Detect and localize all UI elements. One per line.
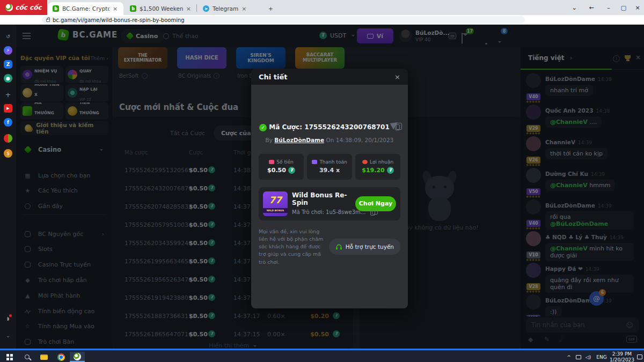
telegram-favicon: ➤ <box>203 5 209 12</box>
verified-check-icon: ✓ <box>259 124 267 131</box>
profit-hand-icon <box>362 160 368 164</box>
coccoc-feed-icon[interactable] <box>4 134 12 143</box>
coccoc-side-strip: ↺ ⚡ Z ● + ▶ f $ ◗ ⌄ <box>0 25 16 349</box>
headphones-icon <box>335 243 342 250</box>
messenger-icon[interactable]: ⚡ <box>4 46 12 55</box>
url-text: bc.game/vi/game/wild-bonus-re-spin-by-bo… <box>53 17 185 23</box>
game-title: Wild Bonus Re-Spin <box>292 191 351 206</box>
action-center-icon[interactable] <box>635 350 644 362</box>
language-indicator[interactable]: ENG <box>595 350 609 362</box>
coccoc-logo-icon <box>5 4 13 11</box>
tether-icon: ₮ <box>288 167 295 174</box>
maximize-button[interactable]: ▢ <box>617 0 630 15</box>
rewards-icon[interactable]: $ <box>4 149 12 158</box>
close-tab-icon[interactable]: × <box>113 5 118 12</box>
modal-header: Chi tiết × <box>251 69 408 85</box>
bcgame-page: b BC.GAME Casino Thể thao ₮ USDT Ví <box>16 25 644 349</box>
history-icon[interactable]: ↺ <box>4 32 12 41</box>
close-tab-icon[interactable]: × <box>241 5 246 12</box>
network-icon[interactable] <box>574 350 583 362</box>
close-window-button[interactable]: × <box>631 0 644 15</box>
tab-title: Telegram <box>213 5 238 12</box>
tab-title: BC.Game: Crypto Casino Gam <box>62 5 109 12</box>
notifications-bell-icon[interactable]: ◗ <box>4 314 12 323</box>
windows-logo-icon <box>6 354 13 360</box>
clock[interactable]: 2:39 PM 1/20/2023 <box>610 350 634 362</box>
support-text: Mọi vấn đề, xin vui lòng liên hệ với bộ … <box>259 228 325 266</box>
stat-value: 39.4 x <box>319 167 340 174</box>
browser-tab-bcgame[interactable]: b BC.Game: Crypto Casino Gam × <box>48 2 123 15</box>
tab-search-icon[interactable]: ⌄ <box>568 0 581 15</box>
bet-id-line: ✓ Mã Cược: 1755526243200768701 <box>259 123 400 131</box>
player-link[interactable]: BúLozDònDame <box>274 137 324 143</box>
bet-details-modal: Chi tiết × ✓ Mã Cược: 175552624320076870… <box>251 69 408 308</box>
bet-id-value: 1755526243200768701 <box>304 123 390 131</box>
zalo-icon[interactable]: Z <box>4 60 12 69</box>
minimize-button[interactable]: – <box>602 0 615 15</box>
tether-icon: ₮ <box>387 167 394 174</box>
youtube-icon[interactable]: ▶ <box>4 104 12 113</box>
start-button[interactable] <box>2 352 17 362</box>
browser-tab-platipus[interactable]: b $1,500 Weekend Platipus Mu × <box>126 2 195 15</box>
bcgame-favicon: b <box>53 5 59 12</box>
stat-payout: Thanh toán 39.4 x <box>307 154 352 180</box>
url-field[interactable]: bc.game/vi/game/wild-bonus-re-spin-by-bo… <box>42 16 525 24</box>
by-label: By <box>266 137 273 143</box>
lock-icon <box>46 19 50 22</box>
reopen-tab-icon[interactable]: ← <box>585 0 598 15</box>
stat-amount: Số tiền $0.50₮ <box>259 154 304 180</box>
game-card: 77 WILD BONUS Wild Bonus Re-Spin Mã Trò … <box>259 187 400 220</box>
stat-profit: Lợi nhuận $19.20₮ <box>355 154 400 180</box>
bet-byline: By BúLozDònDame On 14:38:09, 20/1/2023 <box>259 137 400 143</box>
volume-icon[interactable]: ◁) <box>584 350 592 362</box>
clock-date: 1/20/2023 <box>610 357 634 362</box>
game-code-line: Mã Trò chơi: 1u5-8swe3m... <box>292 209 351 216</box>
screen: cốc cốc b BC.Game: Crypto Casino Gam × b… <box>0 0 644 362</box>
live-support-button[interactable]: Hỗ trợ trực tuyến <box>329 239 400 255</box>
game-info: Wild Bonus Re-Spin Mã Trò chơi: 1u5-8swe… <box>292 191 351 216</box>
money-icon <box>269 160 274 164</box>
close-modal-icon[interactable]: × <box>394 73 400 81</box>
brand-text: cốc cốc <box>15 4 41 11</box>
bet-id-label: Mã Cược: <box>269 123 302 131</box>
modal-body: ✓ Mã Cược: 1755526243200768701 By BúLozD… <box>251 85 408 308</box>
stat-label: Thanh toán <box>319 159 347 165</box>
language-label: ENG <box>596 354 606 360</box>
modal-title: Chi tiết <box>259 73 287 81</box>
copy-icon[interactable] <box>370 210 375 216</box>
platipus-favicon: b <box>130 5 136 12</box>
bet-datetime: 14:38:09, 20/1/2023 <box>336 137 394 143</box>
chat-groups-icon[interactable]: ● <box>4 74 12 83</box>
stat-label: Số tiền <box>276 159 293 165</box>
copy-icon[interactable] <box>395 124 400 130</box>
chrome-icon[interactable] <box>54 352 69 362</box>
file-explorer-icon[interactable] <box>36 352 52 362</box>
bet-stats: Số tiền $0.50₮ Thanh toán 39.4 x Lợi nhu… <box>259 154 400 180</box>
thumb-text: 77 <box>263 195 288 205</box>
coccoc-brand: cốc cốc <box>0 0 47 15</box>
thumb-subtext: WILD BONUS <box>263 208 288 213</box>
tab-title: $1,500 Weekend Platipus Mu <box>140 5 183 12</box>
on-label: On <box>326 137 334 143</box>
stat-value: $19.20 <box>362 167 384 174</box>
card-icon <box>312 160 317 164</box>
tab-separator <box>196 4 197 12</box>
add-shortcut-icon[interactable]: + <box>4 90 12 99</box>
taskbar-search-icon[interactable] <box>19 352 34 362</box>
game-thumbnail[interactable]: 77 WILD BONUS <box>263 191 288 216</box>
game-code-label: Mã Trò chơi: <box>292 209 324 215</box>
close-tab-icon[interactable]: × <box>186 5 191 12</box>
support-row: Mọi vấn đề, xin vui lòng liên hệ với bộ … <box>259 228 400 266</box>
coccoc-taskbar-icon[interactable] <box>70 352 85 362</box>
hidden-icons-chevron[interactable]: ^ <box>565 350 573 362</box>
windows-taskbar: ^ ◁) ENG 2:39 PM 1/20/2023 <box>0 349 644 362</box>
browser-address-bar: ← → ↻ bc.game/vi/game/wild-bonus-re-spin… <box>0 15 644 25</box>
facebook-icon[interactable]: f <box>4 118 12 127</box>
collapse-strip-icon[interactable]: ⌄ <box>4 331 12 340</box>
stat-label: Lợi nhuận <box>370 159 393 165</box>
browser-tab-telegram[interactable]: ➤ Telegram × <box>199 2 262 15</box>
live-support-label: Hỗ trợ trực tuyến <box>346 243 394 250</box>
play-now-label: Chơi Ngay <box>359 200 392 207</box>
stat-value: $0.50 <box>267 167 286 174</box>
new-tab-button[interactable]: + <box>264 2 277 15</box>
